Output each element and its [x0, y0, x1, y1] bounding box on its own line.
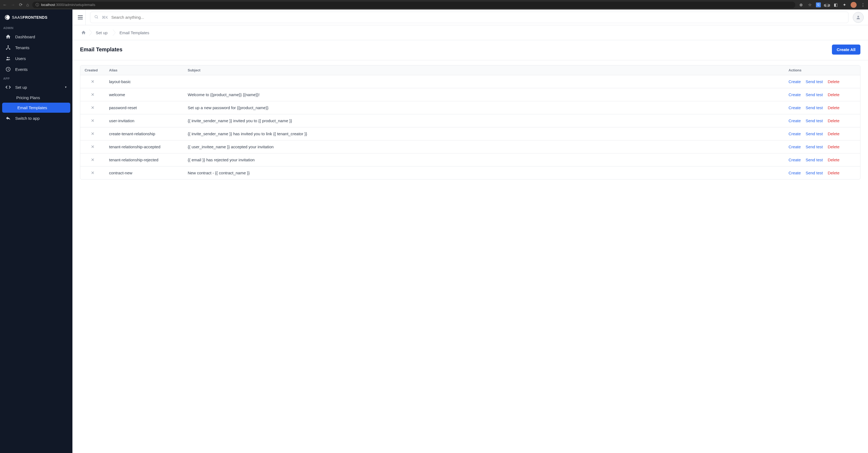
email-templates-table: Created Alias Subject Actions ✕ layout-b…	[80, 65, 860, 179]
send-test-link[interactable]: Send test	[806, 158, 823, 162]
cell-alias: tenant-relationship-accepted	[105, 140, 183, 153]
home-icon[interactable]: ⌂	[26, 2, 29, 7]
cell-actions: Create Send test Delete	[784, 75, 860, 88]
create-link[interactable]: Create	[788, 158, 801, 162]
sidebar-label: Set up	[15, 85, 27, 90]
breadcrumb-sep	[113, 29, 116, 36]
delete-link[interactable]: Delete	[828, 171, 839, 175]
search-kbd: ⌘K	[102, 15, 108, 20]
sidebar-item-switch[interactable]: Switch to app	[0, 113, 72, 123]
delete-link[interactable]: Delete	[828, 79, 839, 84]
delete-link[interactable]: Delete	[828, 158, 839, 162]
cell-actions: Create Send test Delete	[784, 101, 860, 114]
table-row: ✕ tenant-relationship-accepted {{ user_i…	[80, 140, 860, 153]
bookmark-icon[interactable]: ☆	[807, 2, 812, 7]
svg-point-3	[7, 57, 8, 58]
sidebar-label: Pricing Plans	[16, 95, 40, 100]
search-icon	[94, 15, 98, 20]
sidebar-item-dashboard[interactable]: Dashboard	[0, 31, 72, 42]
logo-icon	[5, 15, 10, 20]
send-test-link[interactable]: Send test	[806, 144, 823, 149]
send-test-link[interactable]: Send test	[806, 92, 823, 97]
puzzle-icon[interactable]: ✦	[842, 2, 847, 7]
page-title: Email Templates	[80, 47, 122, 53]
url-bar[interactable]: ⓘ localhost:3000/admin/setup/emails	[32, 2, 795, 8]
create-link[interactable]: Create	[788, 144, 801, 149]
create-link[interactable]: Create	[788, 79, 801, 84]
ext2-icon[interactable]: ◧	[833, 2, 838, 7]
sidebar-logo[interactable]: SAASFRONTENDS	[0, 9, 72, 24]
cell-subject	[183, 75, 784, 88]
topbar: ⌘K	[72, 9, 868, 25]
sidebar-item-users[interactable]: Users	[0, 53, 72, 64]
search-box[interactable]: ⌘K	[90, 12, 848, 23]
user-avatar[interactable]	[853, 12, 864, 23]
sidebar-item-tenants[interactable]: Tenants	[0, 42, 72, 53]
profile-avatar[interactable]	[850, 2, 857, 8]
cell-alias: layout-basic	[105, 75, 183, 88]
back-icon[interactable]: ←	[3, 2, 7, 7]
x-icon: ✕	[91, 158, 94, 162]
sidebar-label: Events	[15, 67, 28, 72]
reload-icon[interactable]: ⟳	[19, 2, 23, 7]
svg-point-1	[6, 49, 7, 50]
sidebar-item-setup[interactable]: Set up ▼	[0, 82, 72, 93]
cell-created: ✕	[80, 75, 105, 88]
sidebar: SAASFRONTENDS ADMIN Dashboard Tenants Us…	[0, 9, 72, 453]
cell-alias: contract-new	[105, 167, 183, 179]
table-row: ✕ welcome Welcome to {{product_name}} {{…	[80, 88, 860, 101]
create-link[interactable]: Create	[788, 171, 801, 175]
create-all-button[interactable]: Create All	[832, 45, 860, 55]
hamburger-button[interactable]	[77, 9, 86, 25]
svg-point-7	[858, 16, 859, 18]
delete-link[interactable]: Delete	[828, 144, 839, 149]
extension-icons: ⊕ ☆ G ⫹⫺ ◧ ✦ ⋮	[799, 2, 865, 8]
cell-subject: {{ invite_sender_name }} has invited you…	[183, 128, 784, 140]
cell-alias: tenant-relationship-rejected	[105, 153, 183, 167]
cell-actions: Create Send test Delete	[784, 88, 860, 101]
cell-actions: Create Send test Delete	[784, 140, 860, 153]
translate-icon[interactable]: G	[816, 2, 821, 7]
search-input[interactable]	[111, 15, 844, 20]
create-link[interactable]: Create	[788, 132, 801, 136]
send-test-link[interactable]: Send test	[806, 118, 823, 123]
dropbox-icon[interactable]: ⫹⫺	[825, 2, 830, 7]
send-test-link[interactable]: Send test	[806, 79, 823, 84]
send-test-link[interactable]: Send test	[806, 132, 823, 136]
breadcrumb-home[interactable]	[80, 29, 89, 37]
reply-icon	[5, 115, 11, 121]
sidebar-item-email-templates[interactable]: Email Templates	[2, 103, 70, 113]
sidebar-label: Switch to app	[15, 116, 40, 120]
cell-actions: Create Send test Delete	[784, 128, 860, 140]
cell-alias: user-invitation	[105, 114, 183, 128]
forward-icon[interactable]: →	[11, 2, 15, 7]
cell-subject: {{ invite_sender_name }} invited you to …	[183, 114, 784, 128]
cell-created: ✕	[80, 101, 105, 114]
cell-created: ✕	[80, 128, 105, 140]
svg-point-4	[8, 57, 9, 58]
section-admin: ADMIN	[0, 24, 72, 31]
delete-link[interactable]: Delete	[828, 105, 839, 110]
menu-dots-icon[interactable]: ⋮	[860, 2, 865, 7]
create-link[interactable]: Create	[788, 105, 801, 110]
delete-link[interactable]: Delete	[828, 92, 839, 97]
logo-text: SAASFRONTENDS	[12, 15, 48, 20]
send-test-link[interactable]: Send test	[806, 105, 823, 110]
svg-point-6	[95, 15, 97, 18]
table-row: ✕ layout-basic Create Send test Delete	[80, 75, 860, 88]
breadcrumb-setup[interactable]: Set up	[92, 29, 113, 37]
create-link[interactable]: Create	[788, 118, 801, 123]
table-row: ✕ contract-new New contract - {{ contrac…	[80, 167, 860, 179]
sidebar-item-events[interactable]: Events	[0, 64, 72, 75]
svg-point-2	[9, 49, 10, 50]
code-icon	[5, 84, 11, 90]
table-row: ✕ tenant-relationship-rejected {{ email …	[80, 153, 860, 167]
delete-link[interactable]: Delete	[828, 132, 839, 136]
page-header: Email Templates Create All	[72, 40, 868, 60]
breadcrumb-sep	[89, 29, 92, 36]
sidebar-item-pricing-plans[interactable]: Pricing Plans	[0, 93, 72, 103]
delete-link[interactable]: Delete	[828, 118, 839, 123]
zoom-icon[interactable]: ⊕	[799, 2, 803, 7]
send-test-link[interactable]: Send test	[806, 171, 823, 175]
create-link[interactable]: Create	[788, 92, 801, 97]
